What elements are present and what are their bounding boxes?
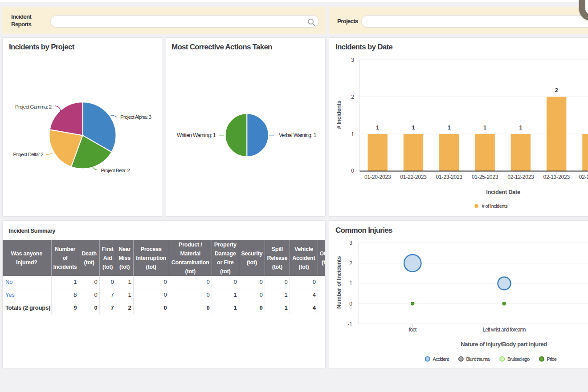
svg-text:02-14-2023: 02-14-2023 <box>579 174 588 180</box>
svg-text:1: 1 <box>448 125 451 131</box>
svg-text:Accident: Accident <box>433 356 449 362</box>
svg-text:foot: foot <box>409 327 417 333</box>
svg-text:2: 2 <box>349 260 352 267</box>
svg-text:01-20-2023: 01-20-2023 <box>364 174 391 180</box>
svg-text:3: 3 <box>351 57 354 63</box>
svg-text:Project Alpha: 3: Project Alpha: 3 <box>120 114 151 120</box>
svg-text:Blunt trauma: Blunt trauma <box>466 356 490 362</box>
svg-text:2: 2 <box>351 94 354 100</box>
svg-text:Nature of injury/Body part inj: Nature of injury/Body part injured <box>461 341 547 348</box>
svg-text:2: 2 <box>555 87 558 93</box>
svg-text:0: 0 <box>351 168 354 174</box>
svg-text:1: 1 <box>483 125 486 131</box>
svg-text:1: 1 <box>376 125 379 131</box>
svg-text:# Incidents: # Incidents <box>335 101 342 129</box>
svg-text:Incident Date: Incident Date <box>486 189 520 195</box>
svg-text:0: 0 <box>349 301 352 307</box>
svg-text:-1: -1 <box>347 321 352 327</box>
svg-text:Project Delta: 2: Project Delta: 2 <box>13 152 43 157</box>
svg-text:# of Incidents: # of Incidents <box>482 203 508 209</box>
svg-text:1: 1 <box>412 125 415 131</box>
svg-text:01-22-2023: 01-22-2023 <box>400 174 427 180</box>
svg-text:1: 1 <box>519 125 522 131</box>
svg-text:01-25-2023: 01-25-2023 <box>472 174 498 180</box>
svg-text:02-12-2023: 02-12-2023 <box>507 174 534 180</box>
svg-text:Project Beta: 2: Project Beta: 2 <box>101 168 130 173</box>
svg-text:Bruised ego: Bruised ego <box>507 356 530 362</box>
svg-text:01-23-2023: 01-23-2023 <box>436 174 463 180</box>
svg-text:Written Warning: 1: Written Warning: 1 <box>177 132 216 138</box>
svg-text:Left wrist and forearm: Left wrist and forearm <box>482 327 526 333</box>
svg-text:3: 3 <box>349 240 352 246</box>
svg-text:02-13-2023: 02-13-2023 <box>543 174 570 180</box>
svg-text:1: 1 <box>349 280 352 287</box>
svg-text:1: 1 <box>351 131 354 137</box>
svg-text:Verbal Warning: 1: Verbal Warning: 1 <box>279 132 317 138</box>
svg-text:Project Gamma: 2: Project Gamma: 2 <box>15 104 52 109</box>
svg-text:Number of Incidents: Number of Incidents <box>335 256 342 309</box>
svg-text:Pride: Pride <box>547 356 557 362</box>
